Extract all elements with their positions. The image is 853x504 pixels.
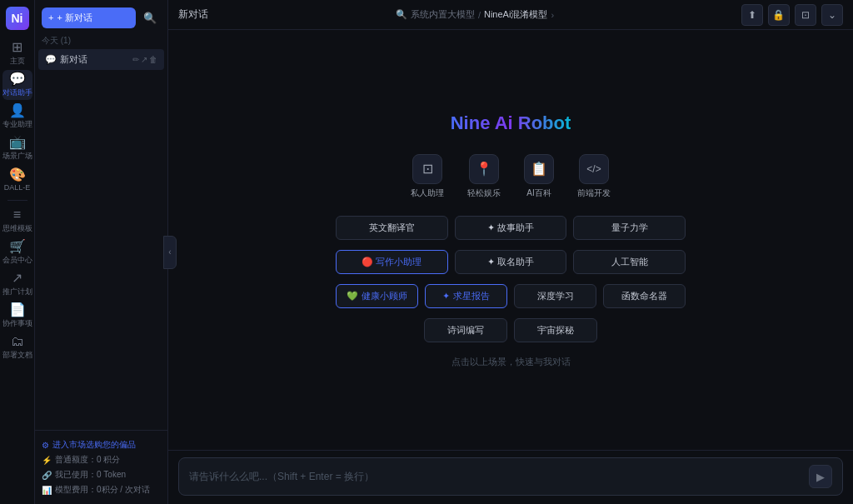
sidebar-collapse-handle[interactable]: ‹ xyxy=(163,236,177,269)
topbar-title: 新对话 xyxy=(178,7,208,22)
upload-button[interactable]: ⬆ xyxy=(741,4,763,26)
conv-item-name: 新对话 xyxy=(60,53,129,66)
chips-grid-row1: 英文翻译官 ✦ 故事助手 量子力学 xyxy=(336,216,686,240)
quantum-label: 量子力学 xyxy=(611,222,648,234)
sidebar-item-chat[interactable]: 💬 对话助手 xyxy=(2,70,32,100)
task-label: 思维模板 xyxy=(2,223,32,234)
topbar: 新对话 🔍 系统内置大模型 / NineAi混淆模型 › ⬆ 🔒 ⊡ ⌄ xyxy=(168,0,853,30)
stat-points: ⚡ 普通额度：0 积分 xyxy=(42,452,161,467)
leisure-label: 轻松娱乐 xyxy=(467,187,501,199)
stat-tokens: 🔗 我已使用：0 Token xyxy=(42,467,161,482)
conv-delete-icon[interactable]: 🗑 xyxy=(149,55,157,64)
file-label: 部署文档 xyxy=(2,350,32,361)
chip-ai-smart[interactable]: 人工智能 xyxy=(573,250,686,274)
report-label: ✦ 求星报告 xyxy=(442,290,489,302)
category-code[interactable]: </> 前端开发 xyxy=(577,154,611,199)
sidebar-item-agent[interactable]: 👤 专业助理 xyxy=(2,102,32,132)
upload-icon: ⬆ xyxy=(748,9,756,21)
chip-translate[interactable]: 英文翻译官 xyxy=(336,216,448,240)
market-link[interactable]: ⚙ 进入市场选购您的偏品 xyxy=(42,437,161,452)
extend-label: 场景广场 xyxy=(2,151,32,162)
app-logo: Ni xyxy=(6,7,29,30)
func-name-label: 函数命名器 xyxy=(621,290,667,302)
sidebar-item-home[interactable]: ⊞ 主页 xyxy=(2,38,32,68)
points-icon: ⚡ xyxy=(42,456,52,465)
chat-icon: 💬 xyxy=(9,72,26,86)
sidebar-item-doc[interactable]: 📄 协作事项 xyxy=(2,301,32,331)
conv-sidebar: + + 新对话 🔍 今天 (1) 💬 新对话 ✏ ↗ 🗑 ⚙ 进入市场选购您的偏… xyxy=(35,0,168,504)
breadcrumb-sep: / xyxy=(478,10,481,20)
leisure-icon: 📍 xyxy=(469,154,499,184)
chips-grid-row3: 💚 健康小顾师 ✦ 求星报告 深度学习 函数命名器 xyxy=(336,284,686,308)
chat-input[interactable] xyxy=(189,471,802,482)
sidebar-item-shop[interactable]: 🛒 会员中心 xyxy=(2,237,32,267)
new-chat-button[interactable]: + + 新对话 xyxy=(42,7,136,28)
conv-share-icon[interactable]: ↗ xyxy=(141,55,147,64)
sidebar-item-file[interactable]: 🗂 部署文档 xyxy=(2,332,32,362)
shop-label: 会员中心 xyxy=(2,255,32,266)
chip-report[interactable]: ✦ 求星报告 xyxy=(425,284,507,308)
sidebar-item-extend[interactable]: 📺 场景广场 xyxy=(2,133,32,163)
chevron-left-icon: ‹ xyxy=(168,247,171,257)
ai-smart-label: 人工智能 xyxy=(611,256,648,268)
chip-fetch[interactable]: ✦ 取名助手 xyxy=(455,250,567,274)
agent-label: 专业助理 xyxy=(2,119,32,130)
conv-sidebar-header: + + 新对话 🔍 xyxy=(35,0,167,32)
search-button[interactable]: 🔍 xyxy=(139,7,161,28)
category-baike[interactable]: 📋 AI百科 xyxy=(524,154,554,199)
chips-row-last: 诗词编写 宇宙探秘 xyxy=(424,318,597,342)
chip-poem[interactable]: 诗词编写 xyxy=(424,318,507,342)
doc-icon: 📄 xyxy=(9,303,26,317)
chip-quantum[interactable]: 量子力学 xyxy=(573,216,686,240)
breadcrumb-part1: 系统内置大模型 xyxy=(411,8,475,21)
stat-cost: 📊 模型费用：0积分 / 次对话 xyxy=(42,482,161,497)
search-icon: 🔍 xyxy=(143,12,157,24)
conv-edit-icon[interactable]: ✏ xyxy=(132,55,139,64)
poem-label: 诗词编写 xyxy=(447,324,484,337)
code-icon: </> xyxy=(579,154,609,184)
category-private[interactable]: ⊡ 私人助理 xyxy=(411,154,444,199)
sidebar-item-share[interactable]: ↗ 推广计划 xyxy=(2,269,32,299)
icon-sidebar: Ni ⊞ 主页 💬 对话助手 👤 专业助理 📺 场景广场 🎨 DALL-E ≡ … xyxy=(0,0,35,504)
space-label: 宇宙探秘 xyxy=(537,324,574,337)
chip-deep-learn[interactable]: 深度学习 xyxy=(514,284,596,308)
cost-icon: 📊 xyxy=(42,486,52,495)
send-button[interactable]: ▶ xyxy=(809,465,832,488)
grid-button[interactable]: ⊡ xyxy=(795,4,816,26)
chat-area: Nine Ai Robot ⊡ 私人助理 📍 轻松娱乐 📋 AI百科 </> 前 xyxy=(168,30,853,504)
task-icon: ≡ xyxy=(13,208,21,222)
chip-space[interactable]: 宇宙探秘 xyxy=(514,318,597,342)
sidebar-item-task[interactable]: ≡ 思维模板 xyxy=(2,206,32,236)
chat-label: 对话助手 xyxy=(2,87,32,98)
chips-grid-row2: 🔴 写作小助理 ✦ 取名助手 人工智能 xyxy=(336,250,686,274)
hint-text: 点击以上场景，快速与我对话 xyxy=(451,356,571,368)
market-link-text: 进入市场选购您的偏品 xyxy=(52,439,136,451)
send-icon: ▶ xyxy=(816,471,825,483)
conv-item-actions: ✏ ↗ 🗑 xyxy=(132,55,157,64)
baike-label: AI百科 xyxy=(526,187,551,199)
nav-divider xyxy=(7,200,27,201)
deep-learn-label: 深度学习 xyxy=(537,290,574,302)
category-row: ⊡ 私人助理 📍 轻松娱乐 📋 AI百科 </> 前端开发 xyxy=(411,154,611,199)
conv-item-icon: 💬 xyxy=(45,54,57,65)
chip-story[interactable]: ✦ 故事助手 xyxy=(455,216,567,240)
new-chat-label: + 新对话 xyxy=(57,12,92,24)
baike-icon: 📋 xyxy=(524,154,554,184)
share-icon: ↗ xyxy=(12,272,22,285)
chat-content: Nine Ai Robot ⊡ 私人助理 📍 轻松娱乐 📋 AI百科 </> 前 xyxy=(168,30,853,450)
breadcrumb-current: NineAi混淆模型 xyxy=(484,8,547,21)
chip-func-name[interactable]: 函数命名器 xyxy=(603,284,686,308)
share-label: 推广计划 xyxy=(2,287,32,297)
home-icon: ⊞ xyxy=(12,41,22,54)
input-wrapper: ▶ xyxy=(178,457,843,496)
category-leisure[interactable]: 📍 轻松娱乐 xyxy=(467,154,501,199)
sidebar-item-dalle[interactable]: 🎨 DALL-E xyxy=(2,165,32,195)
lock-button[interactable]: 🔒 xyxy=(768,4,790,26)
more-button[interactable]: ⌄ xyxy=(821,4,843,26)
chip-health[interactable]: 💚 健康小顾师 xyxy=(336,284,418,308)
writing-label: 🔴 写作小助理 xyxy=(362,256,422,268)
fetch-label: ✦ 取名助手 xyxy=(487,256,534,268)
market-link-icon: ⚙ xyxy=(42,441,49,450)
conversation-item[interactable]: 💬 新对话 ✏ ↗ 🗑 xyxy=(38,49,164,70)
chip-writing[interactable]: 🔴 写作小助理 xyxy=(336,250,448,274)
